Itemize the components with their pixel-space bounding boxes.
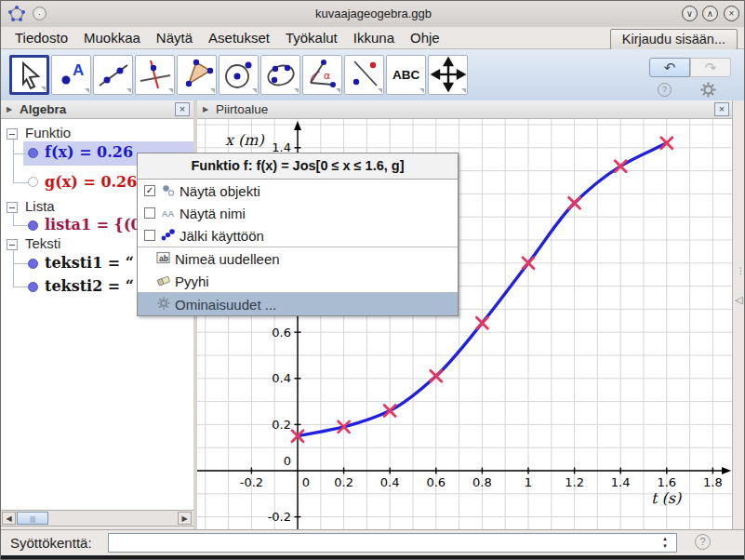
move-graphics-tool-button[interactable]: [428, 55, 468, 95]
menu-asetukset[interactable]: Asetukset: [202, 28, 276, 47]
menu-item-delete[interactable]: Pyyhi: [138, 270, 458, 292]
perpendicular-line-tool-icon: [138, 57, 173, 92]
maximize-button[interactable]: ∧: [702, 6, 718, 21]
tool-dropdown-icon[interactable]: [461, 88, 466, 93]
redo-icon: ↷: [705, 60, 717, 75]
panel-arrow-icon[interactable]: ▶: [203, 105, 208, 113]
menu-muokkaa[interactable]: Muokkaa: [77, 28, 147, 47]
algebra-panel-header[interactable]: ▶ Algebra ×: [1, 100, 193, 119]
perpendicular-line-tool-button[interactable]: [135, 55, 175, 95]
help-icon: ?: [699, 536, 705, 547]
minimize-button[interactable]: ∨: [682, 6, 698, 21]
checkbox-unchecked[interactable]: [144, 207, 155, 219]
scroll-right-button[interactable]: ▶: [178, 512, 192, 525]
scroll-left-button[interactable]: ◀: [2, 512, 16, 525]
gear-icon: [155, 297, 171, 313]
menu-item-show-label[interactable]: AA Näytä nimi: [138, 202, 458, 224]
window-title: kuvaajageogebra.ggb: [1, 7, 745, 20]
menu-bar: Tiedosto Muokkaa Näytä Asetukset Työkalu…: [1, 27, 745, 49]
line-tool-button[interactable]: [93, 55, 133, 95]
svg-text:0.4: 0.4: [272, 371, 291, 385]
input-history-spinner[interactable]: ▴ ▾: [659, 535, 671, 550]
reflect-tool-button[interactable]: [344, 55, 384, 95]
section-funktio[interactable]: Funktio: [25, 125, 71, 140]
menu-item-show-object[interactable]: ✓ Näytä objekti: [138, 180, 458, 202]
scrollbar-thumb[interactable]: |||: [17, 512, 48, 525]
algebra-item-g[interactable]: g(x) = 0.26: [45, 173, 137, 191]
polygon-tool-button[interactable]: [177, 55, 217, 95]
section-lista[interactable]: Lista: [25, 198, 55, 214]
object-visibility-bullet-teksti1[interactable]: [28, 259, 38, 269]
undo-icon: ↶: [664, 60, 676, 75]
polygon-tool-icon: [180, 57, 215, 92]
tool-dropdown-icon[interactable]: [336, 88, 340, 93]
text-tool-button[interactable]: ABC: [386, 55, 426, 95]
circle-tool-icon: [221, 57, 257, 92]
algebra-item-f[interactable]: f(x) = 0.26: [45, 143, 133, 161]
panel-arrow-icon[interactable]: ▶: [7, 105, 12, 113]
section-teksti[interactable]: Teksti: [25, 235, 60, 251]
object-visibility-bullet-teksti2[interactable]: [28, 282, 38, 292]
graphics-panel-header[interactable]: ▶ Piirtoalue ×: [197, 100, 732, 119]
menu-tyokalut[interactable]: Työkalut: [279, 28, 344, 47]
toolbar-help-button[interactable]: ?: [658, 83, 672, 97]
collapse-panel-handle[interactable]: ◁: [735, 294, 742, 306]
tool-dropdown-icon[interactable]: [85, 88, 89, 93]
point-tool-icon: A: [54, 57, 89, 92]
collapse-teksti[interactable]: [7, 239, 18, 250]
tool-dropdown-icon[interactable]: [168, 88, 173, 93]
collapse-funktio[interactable]: [7, 128, 18, 140]
undo-button[interactable]: ↶: [649, 58, 690, 77]
object-visibility-bullet-g[interactable]: [28, 177, 38, 187]
checkbox-unchecked[interactable]: [144, 230, 155, 241]
algebra-item-lista1[interactable]: lista1 = {(0: [45, 216, 141, 233]
algebra-horizontal-scrollbar[interactable]: ◀ ||| ▶: [1, 510, 193, 527]
trace-icon: [160, 228, 176, 244]
toolbar-settings-button[interactable]: [700, 82, 716, 98]
conic-tool-button[interactable]: [260, 55, 300, 95]
tool-dropdown-icon[interactable]: [41, 87, 46, 91]
svg-text:ab: ab: [159, 253, 168, 262]
svg-text:0: 0: [284, 454, 291, 468]
tree-connector: [13, 263, 29, 287]
move-tool-button[interactable]: [9, 55, 49, 95]
redo-button[interactable]: ↷: [690, 58, 731, 77]
scroll-left-icon: ◀: [6, 514, 11, 523]
menu-ohje[interactable]: Ohje: [404, 28, 446, 47]
title-bar[interactable]: · kuvaajageogebra.ggb ∨ ∧ ×: [1, 1, 745, 28]
point-tool-button[interactable]: A: [51, 55, 91, 95]
menu-ikkuna[interactable]: Ikkuna: [347, 28, 401, 47]
window-bottom-edge: [1, 555, 745, 560]
algebra-item-teksti2[interactable]: teksti2 = “: [45, 277, 134, 295]
menu-nayta[interactable]: Näytä: [150, 28, 199, 47]
close-button[interactable]: ×: [724, 6, 739, 21]
graphics-close-button[interactable]: ×: [714, 102, 729, 116]
algebra-item-teksti1[interactable]: teksti1 = “: [45, 254, 134, 272]
collapse-lista[interactable]: [7, 202, 18, 213]
tool-dropdown-icon[interactable]: [126, 88, 131, 93]
input-help-button[interactable]: ?: [695, 534, 711, 550]
tool-dropdown-icon[interactable]: [419, 88, 424, 93]
command-input[interactable]: [108, 533, 677, 553]
algebra-close-button[interactable]: ×: [175, 102, 190, 116]
object-visibility-bullet-lista1[interactable]: [28, 220, 38, 231]
menu-item-trace[interactable]: Jälki käyttöön: [138, 224, 458, 247]
sign-in-button[interactable]: Kirjaudu sisään...: [610, 29, 738, 50]
checkbox-checked[interactable]: ✓: [144, 185, 155, 196]
menu-tiedosto[interactable]: Tiedosto: [8, 28, 74, 47]
menu-item-rename[interactable]: ab Nimeä uudelleen: [138, 247, 458, 270]
toolbar: A: [1, 49, 745, 101]
object-visibility-bullet-f[interactable]: [28, 148, 38, 158]
menu-item-properties[interactable]: Ominaisuudet ...: [138, 292, 458, 315]
tool-dropdown-icon[interactable]: [252, 88, 257, 93]
angle-alpha-label: α: [324, 70, 330, 82]
point-label-a: A: [73, 61, 84, 79]
svg-text:0.2: 0.2: [334, 475, 353, 489]
svg-text:0.6: 0.6: [426, 475, 446, 489]
angle-tool-button[interactable]: α: [302, 55, 342, 95]
circle-tool-button[interactable]: [219, 55, 259, 95]
tool-dropdown-icon[interactable]: [294, 88, 299, 93]
tool-dropdown-icon[interactable]: [378, 88, 382, 93]
right-collapse-strip[interactable]: ⋮ ◁: [732, 100, 745, 529]
tool-dropdown-icon[interactable]: [210, 88, 215, 93]
